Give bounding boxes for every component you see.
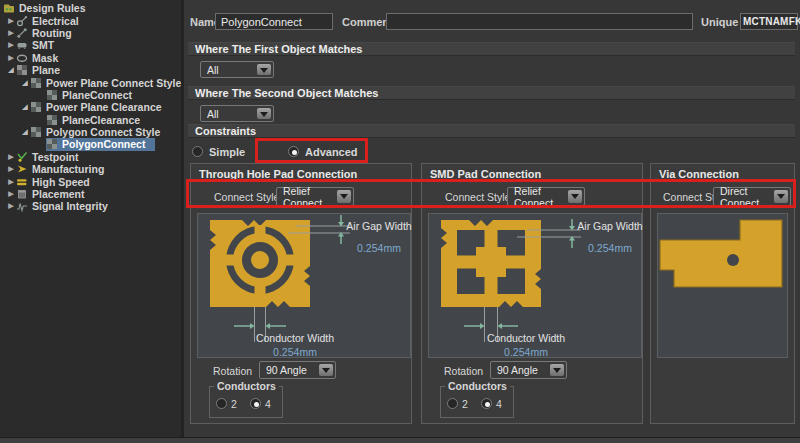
rule-category-icon	[30, 126, 44, 138]
collapse-arrow-icon[interactable]	[6, 189, 16, 199]
routing-icon	[16, 27, 30, 39]
tree-item-planeclearance[interactable]: PlaneClearance	[0, 114, 181, 126]
tree-item-label: Polygon Connect Style	[46, 126, 160, 138]
conductor-width-value: 0.254mm	[456, 346, 596, 358]
conductors-label: Conductors	[445, 380, 510, 392]
air-gap-value: 0.254mm	[346, 242, 412, 254]
first-object-header: Where The First Object Matches	[188, 42, 795, 56]
tree-item-label: Signal Integrity	[32, 200, 108, 212]
comment-input[interactable]	[386, 13, 693, 30]
chevron-down-icon	[257, 108, 271, 119]
chevron-down-icon	[257, 64, 271, 75]
tree-item-testpoint[interactable]: Testpoint	[0, 151, 181, 163]
air-gap-value: 0.254mm	[577, 242, 643, 254]
rotation-dropdown[interactable]: 90 Angle	[259, 361, 336, 379]
high-speed-icon	[16, 176, 30, 188]
connect-style-dropdown[interactable]: Relief Connect	[276, 187, 354, 206]
simple-radio-label: Simple	[209, 146, 245, 158]
placement-icon	[16, 188, 30, 200]
conductor-width-value: 0.254mm	[225, 346, 365, 358]
conductors-2-radio[interactable]	[447, 398, 458, 409]
air-gap-label: Air Gap Width	[577, 220, 643, 232]
chevron-down-icon	[319, 364, 333, 376]
second-object-scope-dropdown[interactable]: All	[200, 105, 274, 122]
conductors-4-label: 4	[496, 398, 502, 410]
rotation-label: Rotation	[213, 365, 252, 377]
rule-icon	[46, 138, 60, 150]
collapse-arrow-icon[interactable]	[6, 40, 16, 50]
collapse-arrow-icon[interactable]	[6, 164, 16, 174]
signal-integrity-icon	[16, 200, 30, 212]
tree-item-label: Manufacturing	[32, 163, 104, 175]
conductors-group: Conductors 2 4	[209, 386, 283, 418]
tree-item-plane[interactable]: Plane	[0, 64, 181, 76]
rules-tree: Design Rules Electrical Routing SMT Mask…	[0, 0, 181, 437]
tree-item-manufacturing[interactable]: Manufacturing	[0, 163, 181, 175]
plane-icon	[16, 64, 30, 76]
tree-item-polygon-connect-style[interactable]: Polygon Connect Style	[0, 126, 181, 138]
direct-connect-preview	[658, 214, 789, 359]
conductors-2-label: 2	[231, 398, 237, 410]
expand-arrow-icon[interactable]	[6, 65, 16, 75]
tree-item-signal-integrity[interactable]: Signal Integrity	[0, 200, 181, 212]
tree-item-label: Design Rules	[19, 2, 86, 14]
tree-item-placement[interactable]: Placement	[0, 188, 181, 200]
chevron-down-icon	[774, 190, 788, 203]
tree-item-polygonconnect-selected[interactable]: PolygonConnect	[0, 138, 181, 150]
conductors-label: Conductors	[214, 380, 279, 392]
tree-item-design-rules[interactable]: Design Rules	[0, 2, 181, 14]
connect-style-dropdown[interactable]: Direct Connect	[713, 187, 791, 206]
expand-arrow-icon[interactable]	[20, 102, 30, 112]
rotation-label: Rotation	[444, 365, 483, 377]
tree-item-power-plane-clearance[interactable]: Power Plane Clearance	[0, 101, 181, 113]
smd-pad-connection-group: SMD Pad Connection Connect Style Relief …	[421, 163, 643, 424]
conductors-2-radio[interactable]	[216, 398, 227, 409]
expand-arrow-icon[interactable]	[20, 127, 30, 137]
conductors-2-label: 2	[462, 398, 468, 410]
advanced-radio[interactable]	[288, 146, 299, 157]
collapse-arrow-icon[interactable]	[6, 201, 16, 211]
tree-item-high-speed[interactable]: High Speed	[0, 175, 181, 187]
testpoint-icon	[16, 151, 30, 163]
rule-editor-panel: Name Comment Unique ID MCTNAMFK Where Th…	[184, 0, 800, 437]
smt-icon	[16, 39, 30, 51]
simple-radio[interactable]	[192, 146, 203, 157]
tree-item-label: Power Plane Connect Style	[46, 77, 181, 89]
tree-item-label: PolygonConnect	[62, 138, 145, 150]
tree-item-label: Plane	[32, 64, 60, 76]
rule-icon	[46, 89, 60, 101]
rotation-dropdown[interactable]: 90 Angle	[490, 361, 567, 379]
group-title: Through Hole Pad Connection	[199, 168, 357, 180]
first-object-scope-dropdown[interactable]: All	[200, 61, 274, 78]
name-input[interactable]	[215, 13, 333, 30]
conductors-4-radio[interactable]	[250, 398, 261, 409]
rule-category-icon	[30, 77, 44, 89]
collapse-arrow-icon[interactable]	[6, 177, 16, 187]
collapse-arrow-icon[interactable]	[6, 152, 16, 162]
tree-item-label: PlaneConnect	[62, 89, 132, 101]
via-diagram	[657, 213, 788, 358]
tree-item-label: PlaneClearance	[62, 114, 140, 126]
tree-item-power-plane-connect-style[interactable]: Power Plane Connect Style	[0, 76, 181, 88]
collapse-arrow-icon[interactable]	[6, 16, 16, 26]
group-title: Via Connection	[659, 168, 739, 180]
tree-item-planeconnect[interactable]: PlaneConnect	[0, 89, 181, 101]
conductors-4-radio[interactable]	[481, 398, 492, 409]
design-rules-editor: Design Rules Electrical Routing SMT Mask…	[0, 0, 800, 443]
tree-item-smt[interactable]: SMT	[0, 39, 181, 51]
collapse-arrow-icon[interactable]	[6, 28, 16, 38]
tree-item-label: SMT	[32, 39, 54, 51]
tree-item-label: Mask	[32, 52, 58, 64]
bottom-edge-strip	[0, 437, 800, 443]
smd-diagram: Air Gap Width 0.254mm Conductor Width 0.…	[428, 213, 642, 358]
tree-item-routing[interactable]: Routing	[0, 27, 181, 39]
connect-style-dropdown[interactable]: Relief Connect	[507, 187, 585, 206]
panel-divider[interactable]	[181, 0, 184, 437]
tree-item-mask[interactable]: Mask	[0, 52, 181, 64]
tree-item-electrical[interactable]: Electrical	[0, 14, 181, 26]
collapse-arrow-icon[interactable]	[6, 53, 16, 63]
expand-arrow-icon[interactable]	[20, 78, 30, 88]
conductor-width-label: Conductor Width	[225, 332, 365, 344]
chevron-down-icon	[568, 190, 582, 203]
tree-item-label: High Speed	[32, 176, 90, 188]
